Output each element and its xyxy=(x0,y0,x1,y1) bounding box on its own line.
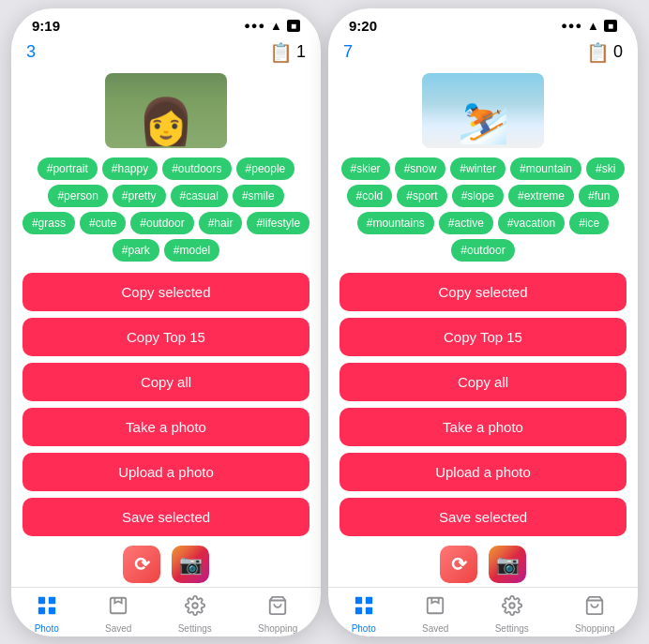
svg-rect-2 xyxy=(38,607,45,613)
star-icon: 📋 xyxy=(269,41,293,64)
tag-13[interactable]: #park xyxy=(113,239,159,262)
phone-2: 9:20 ●●● ▲ ■ 7📋0#skier#snow#winter#mount… xyxy=(328,8,638,637)
btn-save-selected[interactable]: Save selected xyxy=(23,498,309,536)
instagram-icon[interactable]: 📷 xyxy=(489,546,526,583)
tag-5[interactable]: #cold xyxy=(347,185,393,207)
btn-copy-all[interactable]: Copy all xyxy=(23,363,309,401)
nav-item-shopping[interactable]: Shopping xyxy=(258,595,297,634)
svg-rect-8 xyxy=(366,596,372,603)
nav-item-settings[interactable]: Settings xyxy=(178,595,212,634)
tag-12[interactable]: #vacation xyxy=(498,212,565,234)
nav-label-shopping: Shopping xyxy=(575,623,614,634)
nav-item-saved[interactable]: Saved xyxy=(105,595,131,634)
btn-copy-selected[interactable]: Copy selected xyxy=(340,273,626,311)
tag-4[interactable]: #person xyxy=(48,185,107,207)
nav-item-photo[interactable]: Photo xyxy=(35,595,59,634)
signal-dots: ●●● xyxy=(244,20,265,31)
tag-2[interactable]: #outdoors xyxy=(162,157,231,180)
tag-0[interactable]: #portrait xyxy=(38,157,98,180)
tag-11[interactable]: #hair xyxy=(199,212,243,234)
star-count: 0 xyxy=(613,42,623,62)
tag-3[interactable]: #mountain xyxy=(510,157,581,180)
shortcut-icon[interactable]: ⟳ xyxy=(123,546,160,583)
tag-0[interactable]: #skier xyxy=(341,157,390,180)
tag-6[interactable]: #casual xyxy=(171,185,228,207)
tags-area: #portrait#happy#outdoors#people#person#p… xyxy=(11,156,321,269)
nav-icon-photo xyxy=(37,595,57,622)
tag-count: 3 xyxy=(26,42,36,62)
tag-8[interactable]: #grass xyxy=(23,212,75,234)
nav-item-saved[interactable]: Saved xyxy=(422,595,448,634)
nav-label-settings: Settings xyxy=(178,623,212,634)
nav-item-photo[interactable]: Photo xyxy=(352,595,376,634)
nav-icon-shopping xyxy=(267,595,288,622)
svg-rect-9 xyxy=(355,607,362,613)
star-count: 1 xyxy=(296,42,306,62)
svg-rect-4 xyxy=(111,597,127,613)
nav-icon-settings xyxy=(185,595,205,622)
tag-4[interactable]: #ski xyxy=(586,157,625,180)
btn-upload-a-photo[interactable]: Upload a photo xyxy=(23,453,309,491)
svg-point-12 xyxy=(509,603,515,608)
nav-item-shopping[interactable]: Shopping xyxy=(575,595,614,634)
btn-copy-top-15[interactable]: Copy Top 15 xyxy=(23,318,309,356)
tag-13[interactable]: #ice xyxy=(569,212,609,234)
btn-copy-selected[interactable]: Copy selected xyxy=(23,273,309,311)
signal-dots: ●●● xyxy=(561,20,582,31)
tag-14[interactable]: #model xyxy=(164,239,219,262)
star-icon: 📋 xyxy=(586,41,610,64)
tag-12[interactable]: #lifestyle xyxy=(247,212,309,234)
svg-rect-1 xyxy=(49,596,55,603)
tag-2[interactable]: #winter xyxy=(450,157,506,180)
tag-10[interactable]: #mountains xyxy=(357,212,434,234)
status-icons: ●●● ▲ ■ xyxy=(561,19,617,33)
btn-copy-all[interactable]: Copy all xyxy=(340,363,626,401)
phone-1: 9:19 ●●● ▲ ■ 3📋1#portrait#happy#outdoors… xyxy=(11,8,321,637)
photo-area xyxy=(11,69,321,156)
tag-7[interactable]: #slope xyxy=(452,185,504,207)
nav-icon-shopping xyxy=(584,595,605,622)
phones-container: 9:19 ●●● ▲ ■ 3📋1#portrait#happy#outdoors… xyxy=(11,8,638,637)
tag-14[interactable]: #outdoor xyxy=(451,239,514,262)
battery-icon: ■ xyxy=(604,20,617,32)
social-row: ⟳📷 xyxy=(11,540,321,587)
tag-1[interactable]: #happy xyxy=(102,157,158,180)
instagram-icon[interactable]: 📷 xyxy=(172,546,209,583)
tag-6[interactable]: #sport xyxy=(397,185,446,207)
tag-1[interactable]: #snow xyxy=(395,157,446,180)
nav-label-saved: Saved xyxy=(422,623,448,634)
btn-upload-a-photo[interactable]: Upload a photo xyxy=(340,453,626,491)
svg-rect-3 xyxy=(49,607,55,613)
svg-rect-0 xyxy=(38,596,45,603)
tag-7[interactable]: #smile xyxy=(233,185,284,207)
wifi-icon: ▲ xyxy=(587,19,599,33)
star-area: 📋0 xyxy=(586,41,623,64)
tag-11[interactable]: #active xyxy=(439,212,493,234)
photo-thumbnail xyxy=(105,73,227,148)
btn-save-selected[interactable]: Save selected xyxy=(340,498,626,536)
nav-icon-saved xyxy=(108,595,128,622)
tag-9[interactable]: #fun xyxy=(579,185,619,207)
tag-count: 7 xyxy=(343,42,353,62)
tag-10[interactable]: #outdoor xyxy=(130,212,193,234)
nav-item-settings[interactable]: Settings xyxy=(495,595,529,634)
btn-copy-top-15[interactable]: Copy Top 15 xyxy=(340,318,626,356)
btn-take-a-photo[interactable]: Take a photo xyxy=(23,408,309,446)
nav-icon-settings xyxy=(502,595,522,622)
status-bar: 9:20 ●●● ▲ ■ xyxy=(328,8,638,37)
tag-9[interactable]: #cute xyxy=(80,212,126,234)
photo-thumbnail xyxy=(422,73,544,148)
status-icons: ●●● ▲ ■ xyxy=(244,19,300,33)
tag-3[interactable]: #people xyxy=(236,157,295,180)
tags-area: #skier#snow#winter#mountain#ski#cold#spo… xyxy=(328,156,638,269)
top-bar: 7📋0 xyxy=(328,37,638,69)
buttons-area: Copy selectedCopy Top 15Copy allTake a p… xyxy=(328,269,638,540)
nav-icon-photo xyxy=(354,595,374,622)
status-time: 9:19 xyxy=(32,18,60,34)
btn-take-a-photo[interactable]: Take a photo xyxy=(340,408,626,446)
nav-label-saved: Saved xyxy=(105,623,131,634)
tag-8[interactable]: #extreme xyxy=(508,185,574,207)
nav-label-shopping: Shopping xyxy=(258,623,297,634)
tag-5[interactable]: #pretty xyxy=(113,185,166,207)
shortcut-icon[interactable]: ⟳ xyxy=(440,546,477,583)
